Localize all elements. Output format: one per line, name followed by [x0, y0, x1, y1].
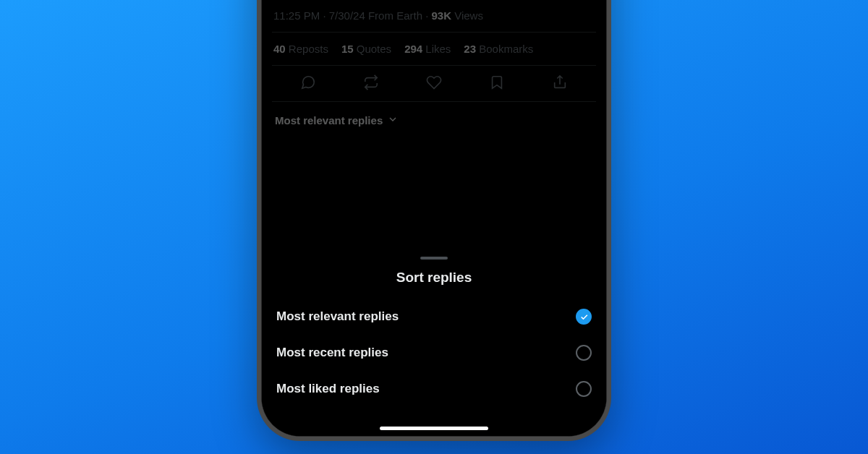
bookmark-icon[interactable] — [489, 74, 505, 93]
radio-selected-icon — [576, 309, 592, 325]
home-indicator[interactable] — [380, 427, 488, 430]
sort-trigger[interactable]: Most relevant replies — [272, 102, 596, 139]
post-actions-row — [272, 65, 596, 102]
sort-option-label: Most relevant replies — [276, 309, 399, 324]
stat-bookmarks[interactable]: 23 Bookmarks — [464, 43, 533, 55]
sort-replies-sheet: Sort replies Most relevant replies Most … — [262, 248, 606, 436]
stat-likes[interactable]: 294 Likes — [404, 43, 451, 55]
phone-frame: iPhone 16 colors and redesigned camera b… — [257, 0, 611, 441]
sheet-drag-handle[interactable] — [420, 257, 448, 260]
radio-unselected-icon — [576, 345, 592, 361]
radio-unselected-icon — [576, 381, 592, 397]
sheet-title: Sort replies — [275, 270, 593, 286]
like-icon[interactable] — [426, 74, 442, 93]
sort-option-label: Most recent replies — [276, 346, 388, 360]
post-location-prefix: From — [368, 9, 393, 22]
chevron-down-icon — [387, 113, 399, 127]
repost-icon[interactable] — [363, 74, 379, 93]
sort-option-most-liked[interactable]: Most liked replies — [275, 371, 593, 407]
stat-reposts[interactable]: 40 Reposts — [273, 43, 328, 55]
stat-quotes[interactable]: 15 Quotes — [341, 43, 391, 55]
post-date: 7/30/24 — [329, 9, 365, 22]
reply-icon[interactable] — [300, 74, 316, 93]
post-time: 11:25 PM — [273, 9, 320, 22]
sort-option-most-recent[interactable]: Most recent replies — [275, 335, 593, 371]
post-views-label: Views — [454, 9, 483, 22]
share-icon[interactable] — [552, 74, 568, 93]
post-views-count: 93K — [432, 9, 452, 22]
post-location: Earth — [396, 9, 422, 22]
post-meta-line: 11:25 PM · 7/30/24 From Earth · 93K View… — [272, 0, 596, 32]
post-stats-row: 40 Reposts 15 Quotes 294 Likes 23 Bookma… — [272, 32, 596, 65]
sort-trigger-label: Most relevant replies — [275, 114, 383, 127]
background-gradient: iPhone 16 colors and redesigned camera b… — [0, 0, 868, 454]
sort-option-label: Most liked replies — [276, 382, 380, 396]
sort-option-most-relevant[interactable]: Most relevant replies — [275, 299, 593, 335]
